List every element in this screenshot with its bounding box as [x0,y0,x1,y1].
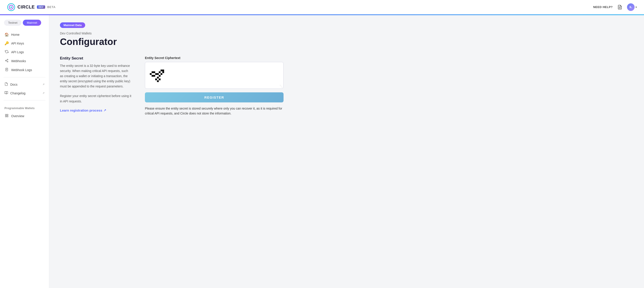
sidebar-item-webhook-logs[interactable]: Webhook Logs [0,66,49,74]
external-link-icon-changelog: ↗ [42,92,44,94]
sidebar-overview-label: Overview [11,114,24,118]
svg-rect-29 [160,73,162,75]
svg-rect-18 [150,73,152,75]
sidebar-webhooklogs-label: Webhook Logs [11,68,32,72]
learn-link-label: Learn registration process [60,108,102,112]
progress-bar [0,14,644,15]
main-content: Mainnet Data Dev Controlled Wallets Conf… [49,15,644,288]
logo-text: CIRCLE [18,4,35,10]
sidebar-webhooks-label: Webhooks [11,59,26,63]
logs-icon [4,50,9,54]
svg-rect-26 [160,70,162,71]
sidebar: Testnet Mainnet 🏠 Home 🔑 API Keys API Lo… [0,15,49,288]
key-icon: 🔑 [4,41,9,46]
svg-rect-22 [154,75,155,77]
webhooks-icon [4,59,9,63]
content-grid: Entity Secret The entity secret is a 32-… [60,56,633,116]
network-toggle: Testnet Mainnet [0,20,49,30]
dev-badge: DEV [37,5,45,9]
beta-badge: BETA [48,5,56,9]
avatar-button[interactable]: IL ▾ [627,3,637,11]
svg-rect-28 [162,71,164,73]
sidebar-apilogs-label: API Logs [11,50,24,54]
app-header: CIRCLE DEV BETA NEED HELP? IL ▾ [0,0,644,14]
svg-rect-31 [157,77,159,78]
ciphertext-textarea[interactable]: ⋱ [145,62,284,89]
sidebar-item-api-logs[interactable]: API Logs [0,48,49,56]
entity-secret-title: Entity Secret [60,56,132,60]
svg-line-9 [6,60,8,60]
svg-rect-24 [157,73,159,75]
svg-rect-27 [162,70,164,71]
register-button[interactable]: REGISTER [145,92,284,102]
circle-logo-icon [7,3,15,11]
sidebar-item-overview[interactable]: Overview [0,112,49,120]
svg-rect-15 [7,114,8,116]
need-help-label[interactable]: NEED HELP? [593,5,613,9]
mainnet-data-tag: Mainnet Data [60,22,85,28]
entity-secret-desc: The entity secret is a 32-byte key used … [60,63,132,89]
testnet-button[interactable]: Testnet [4,20,22,26]
ciphertext-field-label: Entity Secret Ciphertext [145,56,284,60]
overview-icon [4,114,9,118]
svg-rect-33 [157,80,159,82]
external-link-icon-docs: ↗ [42,83,44,86]
programmable-wallets-section-label: Programmable Wallets [0,103,49,112]
sidebar-apikeys-label: API Keys [11,42,24,45]
learn-registration-link[interactable]: Learn registration process ↗ [60,108,106,112]
webhook-logs-icon [4,68,9,72]
app-layout: Testnet Mainnet 🏠 Home 🔑 API Keys API Lo… [0,15,644,288]
svg-point-2 [10,6,12,8]
svg-rect-17 [7,116,8,117]
svg-rect-19 [152,71,154,73]
left-panel: Entity Secret The entity secret is a 32-… [60,56,132,112]
sidebar-docs-label: Docs [10,83,18,86]
svg-rect-16 [5,116,6,117]
changelog-icon [4,91,8,95]
cipher-icon [149,68,169,83]
sidebar-changelog-label: Changelog [10,92,26,95]
nav-divider-2 [4,100,46,100]
security-note: Please ensure the entity secret is store… [145,106,284,116]
right-panel: Entity Secret Ciphertext [145,56,284,116]
svg-rect-34 [159,78,160,80]
learn-external-icon: ↗ [104,108,106,112]
breadcrumb: Dev Controlled Wallets [60,32,633,35]
mainnet-button[interactable]: Mainnet [23,20,41,26]
svg-rect-23 [152,75,154,77]
svg-rect-25 [159,71,160,73]
logo-area: CIRCLE DEV BETA [7,3,56,11]
svg-line-8 [6,61,8,62]
sidebar-item-changelog[interactable]: Changelog ↗ [0,89,49,98]
docs-icon [4,82,8,86]
sidebar-item-docs[interactable]: Docs ↗ [0,80,49,89]
home-icon: 🏠 [4,32,9,37]
sidebar-item-api-keys[interactable]: 🔑 API Keys [0,39,49,48]
svg-rect-14 [5,114,6,116]
svg-rect-30 [159,75,160,77]
avatar: IL [627,3,634,11]
page-title: Configurator [60,36,633,47]
document-icon[interactable] [617,4,623,10]
svg-rect-21 [155,73,157,75]
header-right: NEED HELP? IL ▾ [593,3,637,11]
sidebar-home-label: Home [11,33,20,36]
resize-handle: ⋱ [280,84,282,88]
entity-secret-subdesc: Register your entity secret ciphertext b… [60,94,132,104]
sidebar-item-home[interactable]: 🏠 Home [0,30,49,39]
svg-rect-32 [155,78,157,80]
sidebar-item-webhooks[interactable]: Webhooks [0,56,49,66]
chevron-down-icon: ▾ [636,6,637,9]
svg-rect-20 [154,71,155,73]
